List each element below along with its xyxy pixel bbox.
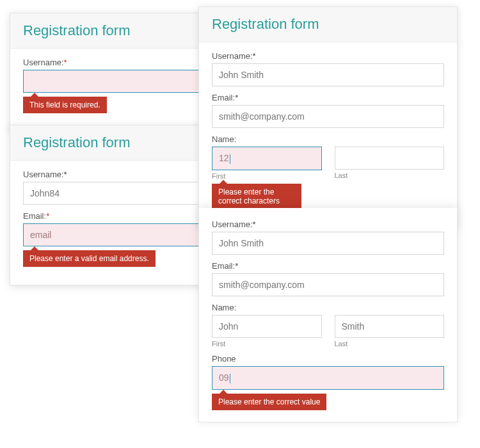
username-input[interactable] — [212, 63, 444, 86]
caret-icon — [230, 374, 230, 383]
email-field: Email:* — [212, 93, 444, 128]
registration-card-phone: Username:* Email:* Name: First Last — [198, 208, 458, 422]
name-field: Name: 12 First Please enter the correct … — [212, 134, 444, 209]
label-text: Username: — [212, 220, 253, 229]
label-text: Email: — [212, 93, 235, 102]
last-name-input[interactable] — [335, 315, 445, 338]
last-sublabel: Last — [335, 172, 445, 179]
name-field: Name: First Last — [212, 303, 444, 348]
required-star-icon: * — [46, 211, 49, 221]
error-message: Please enter a valid email address. — [23, 250, 156, 267]
email-input[interactable] — [212, 273, 444, 296]
email-input[interactable] — [212, 105, 444, 128]
phone-field: Phone 09 Please enter the correct value — [212, 354, 444, 410]
first-name-input[interactable] — [212, 315, 322, 338]
error-message: This field is required. — [23, 97, 107, 113]
name-label: Name: — [212, 134, 444, 144]
username-label: Username:* — [212, 220, 444, 229]
username-field: Username:* — [212, 220, 444, 255]
label-text: Email: — [212, 261, 235, 271]
label-text: Username: — [212, 51, 253, 61]
phone-label: Phone — [212, 354, 444, 364]
email-field: Email:* — [212, 261, 444, 296]
first-sublabel: First — [212, 172, 322, 180]
last-name-col: Last — [335, 315, 445, 348]
required-star-icon: * — [253, 51, 256, 61]
input-value: 12 — [219, 153, 229, 163]
username-label: Username:* — [212, 51, 444, 61]
first-sublabel: First — [212, 340, 322, 348]
required-star-icon: * — [64, 58, 67, 67]
label-text: Username: — [23, 58, 64, 67]
required-star-icon: * — [64, 170, 67, 179]
required-star-icon: * — [235, 93, 238, 102]
first-name-col: 12 First Please enter the correct charac… — [212, 147, 322, 209]
first-name-input[interactable]: 12 — [212, 147, 322, 170]
card-body: Username:* Email:* Name: First Last — [199, 208, 457, 422]
card-body: Username:* Email:* Name: 12 First Please… — [199, 42, 457, 227]
required-star-icon: * — [253, 220, 256, 229]
last-name-input[interactable] — [335, 147, 445, 170]
email-label: Email:* — [212, 261, 444, 271]
name-row: First Last — [212, 315, 444, 348]
name-label: Name: — [212, 303, 444, 312]
last-name-col: Last — [335, 147, 445, 209]
phone-input[interactable]: 09 — [212, 366, 444, 390]
card-title: Registration form — [199, 7, 457, 42]
error-message: Please enter the correct value — [212, 394, 326, 410]
last-sublabel: Last — [335, 340, 445, 348]
first-name-col: First — [212, 315, 322, 348]
username-field: Username:* — [212, 51, 444, 86]
username-input[interactable] — [212, 232, 444, 255]
registration-card-name: Registration form Username:* Email:* Nam… — [198, 6, 458, 228]
label-text: Email: — [23, 211, 46, 221]
input-value: 09 — [219, 372, 229, 383]
name-row: 12 First Please enter the correct charac… — [212, 147, 444, 209]
email-label: Email:* — [212, 93, 444, 102]
error-message: Please enter the correct characters — [212, 184, 301, 209]
caret-icon — [230, 154, 230, 164]
required-star-icon: * — [235, 261, 238, 271]
label-text: Username: — [23, 170, 64, 179]
